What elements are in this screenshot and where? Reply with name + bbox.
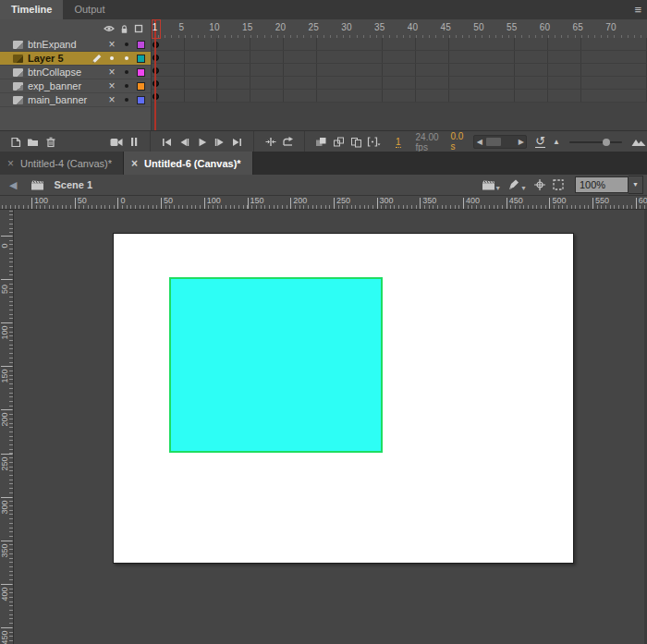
frames-grid[interactable] [152, 38, 647, 103]
onion-skin-outlines-icon[interactable] [331, 136, 347, 149]
layer-visibility-toggle[interactable]: × [104, 95, 119, 104]
clip-content-icon[interactable] [549, 177, 568, 192]
layer-outline-color-swatch[interactable] [134, 82, 148, 91]
back-arrow-icon[interactable]: ◀ [9, 179, 17, 191]
edit-multiple-frames-icon[interactable] [348, 136, 364, 149]
layer-name[interactable]: btnExpand [28, 39, 77, 50]
scrollbar-thumb[interactable] [486, 138, 501, 146]
ruler-label-v-6: 300 [0, 494, 9, 520]
modify-markers-icon[interactable] [366, 136, 382, 149]
edit-bar: ◀ Scene 1 ▼ ▼ 100% ▼ [0, 175, 647, 196]
layer-row-layer-5[interactable]: Layer 5 [0, 52, 151, 66]
layer-visibility-toggle[interactable] [104, 56, 119, 60]
timeline-scrollbar[interactable]: ◀ ▶ [473, 135, 527, 149]
horizontal-ruler[interactable]: 1005005010015020025030035040045050055060… [0, 196, 647, 210]
center-stage-icon[interactable] [531, 177, 549, 192]
reset-timeline-zoom-icon[interactable]: ↺ [535, 136, 545, 148]
timeline-zoom-slider[interactable] [569, 136, 622, 149]
layer-visibility-toggle[interactable]: × [104, 81, 119, 91]
elapsed-time-value[interactable]: 0.0 s [450, 131, 464, 152]
layer-outline-color-swatch[interactable] [134, 55, 148, 63]
show-layers-as-outlines-icon[interactable] [131, 24, 146, 33]
go-to-first-frame-icon[interactable] [159, 136, 175, 149]
stage-zoom-input[interactable]: 100% [575, 176, 629, 193]
frame-number-35: 35 [374, 22, 385, 32]
layer-outline-color-swatch[interactable] [134, 41, 148, 49]
ruler-major-tick [377, 198, 378, 209]
document-tab-untitled-4[interactable]: ×Untitled-4 (Canvas)* [0, 152, 124, 175]
frame-view-icon[interactable] [631, 136, 646, 149]
flash-application-window: TimelineOutput ≡ btnExpand×Layer 5btnCol… [0, 0, 647, 644]
layer-lock-toggle[interactable] [119, 84, 134, 88]
layer-lock-toggle[interactable] [119, 98, 134, 102]
onion-skin-icon[interactable] [313, 136, 329, 149]
panel-tab-output[interactable]: Output [63, 0, 116, 19]
camera-icon[interactable] [108, 136, 124, 149]
ruler-label-v-2: 100 [0, 320, 9, 346]
show-parent-layers-icon[interactable] [126, 136, 141, 149]
new-layer-icon[interactable] [7, 136, 23, 149]
frame-rate-value[interactable]: 24.00 fps [416, 132, 442, 152]
stage[interactable] [113, 233, 574, 564]
frame-number-30: 30 [341, 22, 351, 32]
layer-outline-color-swatch[interactable] [134, 96, 148, 104]
timeline-panel: TimelineOutput ≡ btnExpand×Layer 5btnCol… [0, 0, 647, 152]
slider-knob[interactable] [603, 139, 610, 146]
ruler-major-tick [463, 198, 464, 209]
scene-breadcrumb-label: Scene 1 [54, 179, 92, 190]
new-folder-icon[interactable] [25, 136, 41, 149]
frame-number-60: 60 [540, 22, 550, 32]
step-back-icon[interactable] [177, 136, 192, 149]
layer-row-exp_banner[interactable]: exp_banner× [0, 79, 151, 93]
slider-track[interactable] [569, 141, 622, 143]
step-forward-icon[interactable] [212, 136, 227, 149]
edit-symbols-caret-icon[interactable]: ▼ [520, 185, 527, 191]
panel-menu-icon[interactable]: ≡ [634, 1, 641, 18]
ruler-label-v-7: 350 [0, 538, 9, 564]
toolbar-group [253, 131, 297, 152]
pasteboard[interactable] [14, 210, 647, 644]
ruler-label-v-3: 150 [0, 363, 9, 389]
layer-row-btncollapse[interactable]: btnCollapse× [0, 66, 151, 79]
layer-name[interactable]: exp_banner [28, 80, 81, 91]
layer-visibility-toggle[interactable]: × [104, 40, 119, 49]
frame-number-1: 1 [153, 22, 158, 32]
close-tab-icon[interactable]: × [7, 157, 14, 170]
lock-all-layers-icon[interactable] [116, 24, 131, 34]
layer-outline-color-swatch[interactable] [134, 68, 148, 77]
loop-playback-icon[interactable] [280, 136, 296, 149]
layer-row-btnexpand[interactable]: btnExpand× [0, 38, 151, 52]
layer-row-main_banner[interactable]: main_banner× [0, 93, 151, 107]
ruler-major-tick [592, 198, 593, 209]
layer-lock-toggle[interactable] [119, 56, 134, 60]
ruler-major-tick [75, 198, 76, 209]
scroll-right-icon[interactable]: ▶ [516, 137, 526, 147]
layer-name[interactable]: btnCollapse [28, 67, 81, 78]
scrollbar-track[interactable] [484, 137, 516, 147]
ruler-label-h-10: 400 [466, 196, 480, 205]
vertical-ruler[interactable]: 050100150200250300350400450 [0, 210, 14, 644]
go-to-last-frame-icon[interactable] [229, 136, 245, 149]
layer-name[interactable]: main_banner [28, 94, 87, 105]
layer-lock-toggle[interactable] [119, 43, 134, 46]
show-hide-all-layers-icon[interactable] [102, 24, 116, 33]
edit-scene-caret-icon[interactable]: ▼ [494, 185, 501, 191]
layer-lock-toggle[interactable] [119, 70, 134, 74]
close-tab-icon[interactable]: × [131, 157, 138, 170]
layer-visibility-toggle[interactable]: × [104, 67, 119, 77]
center-frame-icon[interactable] [262, 136, 278, 149]
delete-layer-icon[interactable] [43, 136, 58, 149]
panel-tab-timeline[interactable]: Timeline [0, 0, 63, 19]
current-frame-value[interactable]: 1 [396, 137, 401, 148]
play-icon[interactable] [194, 136, 210, 149]
cyan-rectangle-shape[interactable] [169, 277, 383, 453]
layer-name[interactable]: Layer 5 [28, 53, 64, 64]
frame-number-5: 5 [178, 22, 184, 32]
stage-zoom-dropdown-icon[interactable]: ▼ [629, 176, 643, 194]
scroll-left-icon[interactable]: ◀ [474, 137, 484, 147]
ruler-major-tick [161, 198, 162, 209]
frames-header[interactable]: 1510152025303540455055606570 [152, 19, 647, 38]
ruler-label-h-7: 250 [336, 196, 350, 205]
document-tab-untitled-6[interactable]: ×Untitled-6 (Canvas)* [124, 152, 253, 175]
resize-timeline-view-icon[interactable]: ▲ [553, 138, 560, 146]
